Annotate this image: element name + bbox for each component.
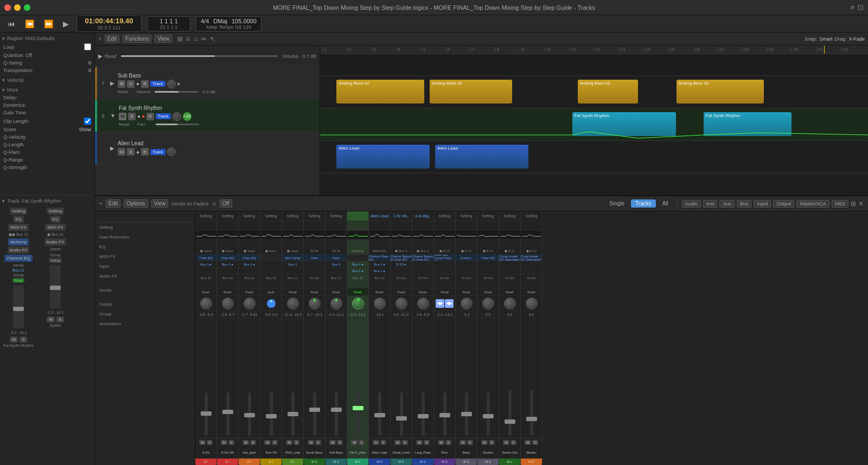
- ch-fader-ekitsn[interactable]: [217, 319, 238, 438]
- ch-knob-master[interactable]: [521, 296, 542, 311]
- mini-read-btn[interactable]: Read: [12, 278, 25, 283]
- ch-auto-so[interactable]: Read: [499, 288, 520, 296]
- ch-setting-lp[interactable]: 4.4s Big..: [412, 211, 433, 221]
- ch-send-alien[interactable]: Bus 3 ●: [369, 261, 390, 268]
- ch-fader-ekit[interactable]: [195, 319, 216, 438]
- ch-plugin-subbass[interactable]: Gain: [326, 255, 347, 261]
- ch-fader-perc[interactable]: [434, 319, 455, 438]
- mute-btn-sub-bass[interactable]: M: [118, 80, 125, 88]
- ch-setting-sb[interactable]: Setting: [304, 211, 325, 221]
- inst-btn[interactable]: Inst: [703, 200, 718, 208]
- ch-auto-ekit[interactable]: Read: [195, 288, 216, 296]
- mute-subbass[interactable]: M: [329, 440, 336, 445]
- output-btn[interactable]: Output: [773, 200, 794, 208]
- expand-track-btn[interactable]: ▶: [98, 53, 103, 59]
- region-analog-bass-3[interactable]: Analog Bass 02: [578, 80, 638, 104]
- clip-length-checkbox[interactable]: [84, 118, 91, 125]
- time-signature-display[interactable]: 1 1 1 1 21 1 1 1: [147, 16, 190, 31]
- ch-eq-ekit[interactable]: [195, 231, 216, 240]
- solo-btn-sub-bass[interactable]: S: [127, 80, 135, 88]
- mini-mute[interactable]: M: [10, 337, 18, 343]
- ch-eq-hat[interactable]: [239, 231, 260, 240]
- mute-alien[interactable]: M: [373, 440, 379, 445]
- ch-plugin-synths[interactable]: Chan EQ: [477, 255, 499, 261]
- mini-solo[interactable]: S: [20, 337, 27, 343]
- single-tab[interactable]: Single: [605, 199, 629, 208]
- ch-eq-sr[interactable]: [391, 231, 412, 240]
- bus-btn[interactable]: Bus: [737, 200, 752, 208]
- record-btn-sub-bass[interactable]: R: [141, 80, 149, 88]
- rewind-button[interactable]: ⏮: [5, 18, 17, 29]
- ch-send-ekit[interactable]: Bus 3 ●: [195, 261, 216, 268]
- mute-sr[interactable]: M: [394, 440, 401, 445]
- solo-per[interactable]: S: [293, 440, 299, 445]
- pan-knob-ekit[interactable]: [200, 298, 212, 309]
- solo-lp[interactable]: S: [424, 440, 430, 445]
- maximize-button[interactable]: [24, 4, 30, 11]
- solo-synths[interactable]: S: [489, 440, 495, 445]
- ch-plugin-perc[interactable]: Solid Bus Comp Chan EQ: [434, 255, 455, 261]
- input-btn[interactable]: Input: [754, 200, 771, 208]
- loop-checkbox[interactable]: [84, 43, 91, 50]
- ch-plugin-alien1[interactable]: Chorus Chan EQ: [369, 255, 390, 261]
- ch-plugin-master[interactable]: Cosp Linear EQ Saturation: [521, 255, 542, 261]
- ch-setting-fat[interactable]: [347, 211, 368, 221]
- ch-knob-alien[interactable]: [369, 296, 390, 311]
- solo-perc[interactable]: S: [445, 440, 451, 445]
- ch-auto-subbass[interactable]: Read: [326, 288, 347, 296]
- mixer-close-icon[interactable]: ✕: [858, 200, 864, 208]
- pan-knob-sr[interactable]: [395, 298, 407, 309]
- mini-fader[interactable]: [13, 285, 24, 328]
- mixer-view-btn[interactable]: View: [151, 199, 169, 208]
- mute-master[interactable]: M: [525, 440, 531, 445]
- play-button[interactable]: ▶: [61, 18, 71, 29]
- ch-auto-hat[interactable]: Read: [239, 288, 260, 296]
- ch-fader-subbass[interactable]: [326, 319, 347, 438]
- back-button[interactable]: ⏪: [23, 18, 36, 29]
- functions-button[interactable]: Functions: [123, 35, 151, 43]
- pan-knob-master[interactable]: [526, 298, 538, 309]
- mixer-add-icon[interactable]: +: [99, 201, 103, 206]
- ch-setting-alien[interactable]: Alien Lead: [369, 211, 390, 221]
- ch-knob-subbass[interactable]: [326, 296, 347, 311]
- ch-auto-synths[interactable]: Read: [477, 288, 499, 296]
- tracks-tab[interactable]: Tracks: [631, 199, 656, 208]
- ch-knob-fat[interactable]: [347, 296, 368, 311]
- ch-knob-ekit[interactable]: [195, 296, 216, 311]
- solo-sr[interactable]: S: [402, 440, 408, 445]
- edit-button[interactable]: Edit: [105, 35, 119, 43]
- ch-send-ekitsn[interactable]: Bus 3 ●: [217, 261, 238, 268]
- region-alien-1[interactable]: Alien Lead: [336, 145, 430, 169]
- ch-plugin-ekitsn[interactable]: Chan EQ: [217, 255, 238, 261]
- solo-sb[interactable]: S: [315, 440, 321, 445]
- ch-knob-so[interactable]: [499, 296, 520, 311]
- ch-auto-alien[interactable]: Read: [369, 288, 390, 296]
- pan-knob-fat[interactable]: [352, 298, 364, 309]
- ch-setting-sr[interactable]: 1.0s Vib..: [391, 211, 412, 221]
- ch-plugin-lp[interactable]: Chorus Space D Chan EQ: [412, 255, 433, 261]
- mute-btn-fat-synth[interactable]: M: [119, 113, 126, 120]
- ch-eq-fat[interactable]: [347, 231, 368, 240]
- solo-fat[interactable]: S: [359, 440, 365, 445]
- ch-send-sr[interactable]: B 20 ●: [391, 261, 412, 268]
- ch-plugin-ekit[interactable]: Chan EQ: [195, 255, 216, 261]
- sends-toggle[interactable]: ⊙: [212, 201, 216, 206]
- ch-send2-alien[interactable]: Bus 1 ●: [369, 268, 390, 274]
- pan-knob-so[interactable]: [504, 298, 516, 309]
- mini-solo2[interactable]: S: [56, 317, 63, 322]
- ch-fader-bass[interactable]: [456, 319, 477, 438]
- ch-fader-synths[interactable]: [477, 319, 499, 438]
- solo-btn-fat-synth[interactable]: S: [128, 113, 136, 120]
- ch-auto-per[interactable]: Read: [282, 288, 303, 296]
- master-vca-btn[interactable]: Master/VCA: [796, 200, 829, 208]
- ch-knob-tom[interactable]: [260, 296, 282, 311]
- close-button[interactable]: [4, 4, 11, 11]
- ch-fader-fat[interactable]: [347, 319, 368, 438]
- midi-btn[interactable]: MIDI: [832, 200, 848, 208]
- pan-knob-per[interactable]: [287, 298, 299, 309]
- ch-setting-tom[interactable]: Setting: [260, 211, 282, 221]
- ch-eq-so[interactable]: [499, 231, 520, 240]
- ch-plugin-sb[interactable]: Gain: [304, 255, 325, 261]
- pan-knob-synths[interactable]: [482, 298, 494, 309]
- timecode-display[interactable]: 01:00:44:19.40 20 3 2 111: [76, 15, 142, 32]
